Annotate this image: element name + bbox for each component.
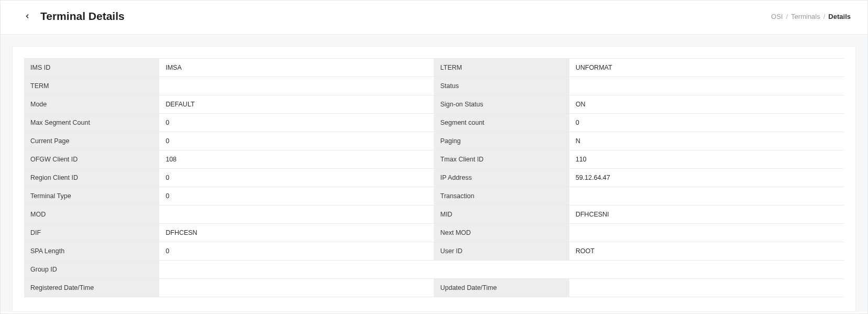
breadcrumb-sep: / (786, 13, 788, 20)
detail-value: ROOT (569, 242, 844, 261)
breadcrumb-root[interactable]: OSI (771, 13, 783, 20)
detail-key: Updated Date/Time (434, 279, 569, 297)
detail-key: IP Address (434, 169, 569, 187)
detail-value: 0 (159, 169, 434, 187)
table-row: OFGW Client ID108Tmax Client ID110 (24, 150, 844, 169)
page-header-left: Terminal Details (24, 10, 125, 23)
detail-key: Registered Date/Time (24, 279, 159, 297)
detail-key: Terminal Type (24, 187, 159, 205)
detail-value: UNFORMAT (569, 59, 844, 77)
detail-value (569, 279, 844, 297)
table-row: Max Segment Count0Segment count0 (24, 114, 844, 132)
table-row: Group ID (24, 261, 844, 279)
detail-key: Status (434, 77, 569, 95)
detail-value (569, 224, 844, 242)
detail-value: 110 (569, 150, 844, 169)
detail-key: Mode (24, 95, 159, 114)
detail-value: 108 (159, 150, 434, 169)
page-root: Terminal Details OSI / Terminals / Detai… (0, 0, 868, 314)
detail-key: LTERM (434, 59, 569, 77)
breadcrumb: OSI / Terminals / Details (771, 13, 851, 20)
detail-key: TERM (24, 77, 159, 95)
detail-key: Paging (434, 132, 569, 150)
page-title: Terminal Details (40, 10, 125, 23)
table-row: Current Page0PagingN (24, 132, 844, 150)
detail-value (159, 279, 434, 297)
details-table: IMS IDIMSALTERMUNFORMATTERMStatusModeDEF… (24, 58, 844, 297)
detail-key: Next MOD (434, 224, 569, 242)
detail-value: 0 (159, 114, 434, 132)
detail-key: Current Page (24, 132, 159, 150)
detail-key: Sign-on Status (434, 95, 569, 114)
detail-key: Region Client ID (24, 169, 159, 187)
table-row: MODMIDDFHCESNI (24, 205, 844, 224)
breadcrumb-current: Details (828, 13, 851, 20)
details-panel: IMS IDIMSALTERMUNFORMATTERMStatusModeDEF… (12, 46, 856, 312)
detail-value: 59.12.64.47 (569, 169, 844, 187)
table-row: Registered Date/TimeUpdated Date/Time (24, 279, 844, 297)
table-row: Terminal Type0Transaction (24, 187, 844, 205)
breadcrumb-sep: / (823, 13, 826, 20)
detail-value (569, 77, 844, 95)
detail-key: DIF (24, 224, 159, 242)
detail-key: Segment count (434, 114, 569, 132)
detail-value: DFHCESN (159, 224, 434, 242)
detail-value: 0 (569, 114, 844, 132)
detail-value: DEFAULT (159, 95, 434, 114)
detail-key: SPA Length (24, 242, 159, 261)
detail-key: Transaction (434, 187, 569, 205)
breadcrumb-mid[interactable]: Terminals (791, 13, 820, 20)
table-row: TERMStatus (24, 77, 844, 95)
back-chevron-icon[interactable] (24, 13, 31, 20)
table-row: IMS IDIMSALTERMUNFORMAT (24, 59, 844, 77)
detail-key: MID (434, 205, 569, 224)
table-row: Region Client ID0IP Address59.12.64.47 (24, 169, 844, 187)
content-area: IMS IDIMSALTERMUNFORMATTERMStatusModeDEF… (1, 35, 867, 312)
detail-key: Group ID (24, 261, 159, 279)
page-header: Terminal Details OSI / Terminals / Detai… (1, 1, 867, 35)
detail-value: DFHCESNI (569, 205, 844, 224)
detail-value: 0 (159, 242, 434, 261)
detail-value: ON (569, 95, 844, 114)
detail-value: IMSA (159, 59, 434, 77)
detail-key: Max Segment Count (24, 114, 159, 132)
detail-key: IMS ID (24, 59, 159, 77)
table-row: DIFDFHCESNNext MOD (24, 224, 844, 242)
detail-value: N (569, 132, 844, 150)
detail-value (159, 205, 434, 224)
detail-value: 0 (159, 132, 434, 150)
table-row: ModeDEFAULTSign-on StatusON (24, 95, 844, 114)
detail-key: MOD (24, 205, 159, 224)
detail-value (569, 187, 844, 205)
detail-key: OFGW Client ID (24, 150, 159, 169)
detail-key: User ID (434, 242, 569, 261)
detail-key: Tmax Client ID (434, 150, 569, 169)
detail-value (159, 77, 434, 95)
detail-value (159, 261, 844, 279)
detail-value: 0 (159, 187, 434, 205)
table-row: SPA Length0User IDROOT (24, 242, 844, 261)
